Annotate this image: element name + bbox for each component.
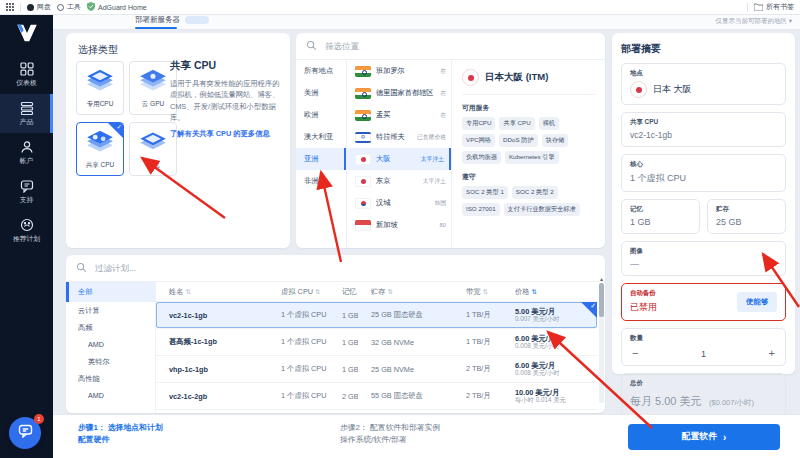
bookmark-label: 工具 (67, 2, 81, 12)
region-americas[interactable]: 美洲 (296, 82, 346, 104)
type-detail: 共享 CPU 适用于具有突发性能的应用程序的虚拟机，例如低流量网站、博客、CMS… (170, 59, 281, 139)
type-card-label: 共享 CPU (86, 161, 115, 170)
plan-category-cloud-compute[interactable]: 云计算 (66, 302, 155, 319)
vultr-logo[interactable] (0, 14, 53, 55)
chat-widget-button[interactable]: 1 (9, 417, 41, 449)
page-header: 部署新服务器 仅显示当前可部署的地区 ▾ (53, 14, 800, 30)
summary-cores-value: 1 个虚拟 CPU (630, 172, 777, 185)
site-icon (57, 4, 64, 11)
plans-panel: 全部 云计算 高频 AMD 英特尔 高性能 AMD 姓名 虚拟 CPU 记忆 贮… (66, 255, 605, 413)
plan-ram: 1 GB (329, 365, 358, 374)
location-row-seoul[interactable]: 汉城 韩国 (347, 192, 451, 214)
plan-category-amd[interactable]: AMD (66, 336, 155, 353)
header-note[interactable]: 仅显示当前可部署的地区 ▾ (715, 17, 792, 26)
chat-notification-badge: 1 (34, 414, 44, 424)
column-header-name[interactable]: 姓名 (169, 287, 191, 296)
plan-bandwidth: 2 TB/月 (453, 391, 502, 401)
region-africa[interactable]: 非洲 (296, 170, 346, 192)
apps-grid-icon[interactable] (6, 3, 14, 11)
bookmark-item[interactable]: AdGuard Home (87, 2, 147, 12)
service-pill: 裸机 (539, 117, 559, 130)
sidebar-item-account[interactable]: 帐户 (0, 133, 53, 172)
compliance-pills: SOC 2 类型 1 SOC 2 类型 2 ISO 27001 支付卡行业数据安… (462, 186, 595, 216)
type-cards: 专用CPU 云 GPU 共享 CPU 裸机 (76, 61, 175, 176)
location-row-singapore[interactable]: 新加坡 80 (347, 214, 451, 236)
all-bookmarks[interactable]: 所有书签 (754, 2, 794, 12)
chat-bubble-icon (18, 424, 33, 442)
tab-deploy-new-server[interactable]: 部署新服务器 (135, 15, 209, 25)
sidebar-item-label: 产品 (20, 118, 34, 125)
configure-software-button[interactable]: 配置软件 (628, 424, 780, 450)
column-header-memory[interactable]: 记忆 (342, 287, 358, 296)
sidebar-item-support[interactable]: 支持 (0, 172, 53, 211)
summary-quantity-label: 数量 (630, 334, 777, 343)
site-icon (27, 4, 34, 11)
type-card-shared-cpu[interactable]: 共享 CPU (76, 122, 124, 176)
plan-storage: 32 GB NVMe (358, 338, 453, 347)
plan-category-high-frequency[interactable]: 高频 (66, 319, 155, 336)
table-scrollbar[interactable]: ▲ (599, 283, 604, 403)
location-search-input[interactable] (323, 40, 447, 52)
account-icon (0, 140, 53, 154)
type-card-label: 裸机 (147, 161, 160, 170)
type-card-label: 云 GPU (142, 100, 164, 109)
location-name: 孟买 (376, 110, 435, 120)
compliance-pill: SOC 2 类型 2 (512, 186, 558, 199)
scrollbar-thumb[interactable] (599, 283, 604, 317)
footer-steps-bar: 步骤1： 选择地点和计划 配置硬件 步骤2： 配置软件和部署实例 操作系统/软件… (53, 414, 800, 458)
column-header-vcpu[interactable]: 虚拟 CPU (281, 287, 320, 296)
location-name: 东京 (376, 176, 418, 186)
location-name: 新加坡 (376, 220, 435, 230)
cpu-stack-icon (84, 68, 116, 98)
summary-plan-value: vc2-1c-1gb (630, 130, 777, 140)
plan-storage: 55 GB 固态硬盘 (358, 391, 453, 401)
tab-label: 部署新服务器 (135, 15, 180, 25)
plan-name: vhp-1c-1gb (156, 365, 268, 374)
plan-row-vhp-1c-1gb[interactable]: vhp-1c-1gb 1 个虚拟 CPU 1 GB 25 GB NVMe 2 T… (156, 356, 597, 383)
quantity-plus-button[interactable]: + (769, 348, 775, 359)
region-europe[interactable]: 欧洲 (296, 104, 346, 126)
location-row-tokyo[interactable]: 东京 太平洋土 (347, 170, 451, 192)
location-name: 德里国家首都辖区 (376, 88, 435, 98)
location-row-mumbai[interactable]: 孟买 在 (347, 104, 451, 126)
enable-backup-button[interactable]: 使能够 (737, 292, 777, 312)
type-detail-description: 适用于具有突发性能的应用程序的虚拟机，例如低流量网站、博客、CMS、开发/测试环… (170, 78, 281, 123)
products-icon (0, 101, 53, 115)
plan-category-all[interactable]: 全部 (66, 282, 155, 302)
region-asia[interactable]: 亚洲 (296, 148, 346, 170)
plan-category-intel[interactable]: 英特尔 (66, 353, 155, 370)
quantity-value: 1 (701, 349, 706, 359)
column-header-price[interactable]: 价格 (515, 287, 537, 296)
location-row-delhi[interactable]: 德里国家首都辖区 在 (347, 82, 451, 104)
sidebar-item-products[interactable]: 产品 (0, 94, 53, 133)
location-row-osaka[interactable]: 大阪 太平洋土 (347, 148, 451, 170)
sidebar-item-referral[interactable]: 推荐计划 (0, 211, 53, 250)
sidebar-item-dashboard[interactable]: 仪表板 (0, 55, 53, 94)
type-card-dedicated-cpu[interactable]: 专用CPU (76, 61, 124, 115)
region-all[interactable]: 所有地点 (296, 60, 346, 82)
korea-flag-icon (355, 198, 371, 209)
service-pill: Kubernetes 引擎 (505, 151, 559, 164)
column-header-bandwidth[interactable]: 带宽 (466, 287, 488, 296)
summary-location-value: 日本 大阪 (653, 83, 692, 96)
bookmark-item[interactable]: 网盘 (27, 2, 51, 12)
israel-flag-icon (355, 132, 371, 143)
bookmark-item[interactable]: 工具 (57, 2, 81, 12)
divider (747, 3, 748, 12)
plan-row-vhf-1c-1gb[interactable]: 甚高频-1c-1gb 1 个虚拟 CPU 1 GB 32 GB NVMe 1 T… (156, 329, 597, 356)
plan-filter-input[interactable] (93, 262, 217, 274)
plan-category-amd-2[interactable]: AMD (66, 387, 155, 404)
scroll-up-icon[interactable]: ▲ (599, 276, 604, 282)
location-row-telaviv[interactable]: 特拉维夫 已售罄价格 (347, 126, 451, 148)
plan-row-vc2-1c-2gb[interactable]: vc2-1c-2gb 1 个虚拟 CPU 2 GB 55 GB 固态硬盘 2 T… (156, 383, 597, 410)
location-name: 汉城 (376, 198, 429, 208)
plan-category-high-performance[interactable]: 高性能 (66, 370, 155, 387)
learn-more-link[interactable]: 了解有关共享 CPU 的更多信息 (170, 129, 281, 139)
plan-row-vc2-1c-1gb[interactable]: vc2-1c-1gb 1 个虚拟 CPU 1 GB 25 GB 固态硬盘 1 T… (156, 302, 597, 329)
region-australia[interactable]: 澳大利亚 (296, 126, 346, 148)
tab-badge (185, 16, 209, 24)
location-row-bangalore[interactable]: 班加罗尔 在 (347, 60, 451, 82)
column-header-storage[interactable]: 贮存 (371, 287, 393, 296)
sidebar-item-label: 帐户 (20, 157, 34, 164)
quantity-minus-button[interactable]: − (632, 348, 638, 359)
